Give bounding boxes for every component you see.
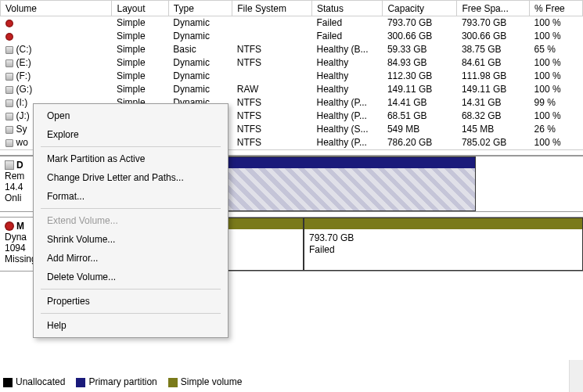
col-fs[interactable]: File System [232, 1, 312, 16]
cell-capacity: 300.66 GB [383, 30, 457, 43]
disk-title: D [16, 160, 23, 171]
cell-layout: Simple [112, 83, 168, 96]
cell-capacity: 68.51 GB [383, 110, 457, 123]
cell-free: 68.32 GB [457, 110, 530, 123]
cell-free: 111.98 GB [457, 70, 530, 83]
cell-status: Failed [311, 16, 382, 30]
cell-capacity: 149.11 GB [383, 83, 457, 96]
cell-pct: 100 % [530, 136, 583, 149]
cell-fs: NTFS [232, 136, 312, 149]
cell-layout: Simple [112, 70, 168, 83]
drive-icon [5, 59, 13, 67]
legend-simple: Simple volume [181, 376, 243, 387]
cell-capacity: 59.33 GB [383, 43, 457, 56]
cell-free: 14.31 GB [457, 96, 530, 110]
cell-pct: 100 % [530, 110, 583, 123]
scrollbar-vertical[interactable] [569, 360, 583, 393]
col-pct[interactable]: % Free [530, 1, 583, 16]
cell-free: 793.70 GB [457, 16, 530, 30]
cell-type: Dynamic [168, 16, 232, 30]
cell-free: 300.66 GB [457, 30, 530, 43]
cell-capacity: 14.41 GB [383, 96, 457, 110]
cell-type: Dynamic [168, 70, 232, 83]
cell-pct: 100 % [530, 30, 583, 43]
cell-status: Healthy [311, 83, 382, 96]
cell-pct: 65 % [530, 43, 583, 56]
cell-free: 785.02 GB [457, 136, 530, 149]
cell-status: Failed [311, 30, 382, 43]
cell-status: Healthy (B... [311, 43, 382, 56]
cell-type: Basic [168, 43, 232, 56]
table-row[interactable]: SimpleDynamicFailed793.70 GB793.70 GB100… [1, 16, 583, 30]
menu-open[interactable]: Open [36, 106, 225, 125]
cell-fs: NTFS [232, 96, 312, 110]
col-layout[interactable]: Layout [112, 1, 168, 16]
table-row[interactable]: (E:)SimpleDynamicNTFSHealthy84.93 GB84.6… [1, 56, 583, 70]
column-headers[interactable]: Volume Layout Type File System Status Ca… [1, 1, 583, 16]
cell-status: Healthy [311, 70, 382, 83]
drive-icon [5, 113, 13, 120]
drive-icon [5, 73, 13, 81]
menu-shrink[interactable]: Shrink Volume... [36, 230, 225, 249]
menu-delete[interactable]: Delete Volume... [36, 268, 225, 286]
swatch-simple [168, 378, 178, 387]
cell-fs: NTFS [232, 123, 312, 136]
cell-capacity: 793.70 GB [383, 16, 457, 30]
cell-fs [232, 70, 312, 83]
volume-name: (C:) [16, 44, 32, 55]
cell-pct: 100 % [530, 83, 583, 96]
cell-status: Healthy (P... [311, 96, 382, 110]
volume-name: (E:) [16, 57, 31, 68]
menu-explore[interactable]: Explore [36, 125, 225, 144]
cell-status: Healthy (P... [311, 136, 382, 149]
table-row[interactable]: (C:)SimpleBasicNTFSHealthy (B...59.33 GB… [1, 43, 583, 56]
cell-capacity: 786.20 GB [383, 136, 457, 149]
col-volume[interactable]: Volume [1, 1, 112, 16]
volume-name: (J:) [16, 110, 30, 121]
table-row[interactable]: SimpleDynamicFailed300.66 GB300.66 GB100… [1, 30, 583, 43]
col-free[interactable]: Free Spa... [457, 1, 530, 16]
menu-extend: Extend Volume... [36, 211, 225, 230]
cell-free: 149.11 GB [457, 83, 530, 96]
cell-pct: 100 % [530, 16, 583, 30]
cell-fs: NTFS [232, 56, 312, 70]
menu-separator [41, 208, 221, 209]
volume-name: (I:) [16, 97, 28, 108]
error-icon [5, 221, 14, 231]
menu-separator [41, 289, 221, 290]
menu-properties[interactable]: Properties [36, 292, 225, 311]
cell-free: 145 MB [457, 123, 530, 136]
col-capacity[interactable]: Capacity [383, 1, 457, 16]
swatch-unallocated [3, 378, 13, 387]
cell-free: 38.75 GB [457, 43, 530, 56]
cell-fs [232, 30, 312, 43]
volume-name: (F:) [16, 70, 31, 81]
menu-help[interactable]: Help [36, 316, 225, 335]
cell-fs: NTFS [232, 43, 312, 56]
col-type[interactable]: Type [168, 1, 232, 16]
drive-icon [5, 99, 13, 107]
cell-status: Healthy [311, 56, 382, 70]
cell-layout: Simple [112, 43, 168, 56]
partition-simple-b[interactable]: 793.70 GB Failed [304, 218, 583, 271]
table-row[interactable]: (G:)SimpleDynamicRAWHealthy149.11 GB149.… [1, 83, 583, 96]
disk-icon [5, 160, 14, 170]
cell-layout: Simple [112, 16, 168, 30]
table-row[interactable]: (F:)SimpleDynamicHealthy112.30 GB111.98 … [1, 70, 583, 83]
menu-format[interactable]: Format... [36, 187, 225, 206]
drive-icon [5, 126, 13, 134]
menu-mark-active[interactable]: Mark Partition as Active [36, 149, 225, 168]
swatch-primary [76, 378, 85, 387]
drive-icon [5, 46, 13, 54]
col-status[interactable]: Status [311, 1, 382, 16]
cell-fs [232, 16, 312, 30]
cell-fs: RAW [232, 83, 312, 96]
partition-size: 793.70 GB [309, 232, 354, 244]
cell-pct: 100 % [530, 70, 583, 83]
cell-type: Dynamic [168, 30, 232, 43]
cell-layout: Simple [112, 30, 168, 43]
menu-add-mirror[interactable]: Add Mirror... [36, 249, 225, 268]
menu-change-letter[interactable]: Change Drive Letter and Paths... [36, 168, 225, 187]
menu-separator [41, 146, 221, 147]
cell-pct: 26 % [530, 123, 583, 136]
